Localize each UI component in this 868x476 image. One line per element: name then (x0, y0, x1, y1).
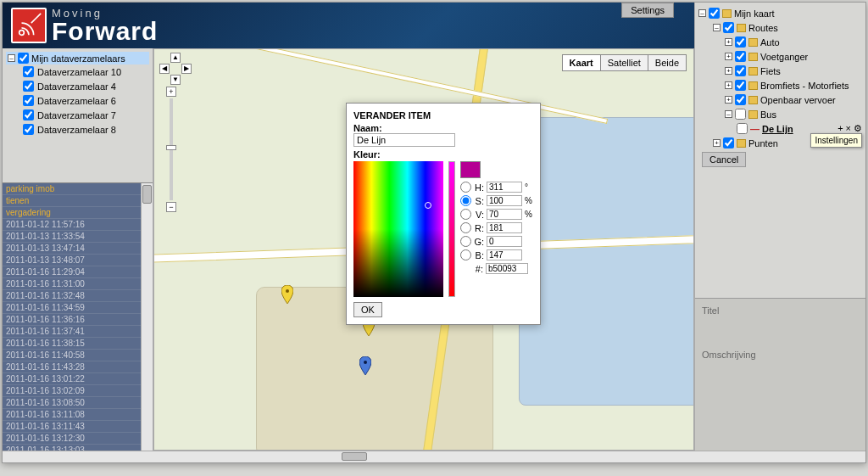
collector-item[interactable]: Dataverzamelaar 7 (6, 108, 149, 122)
layer-route-type[interactable]: +Bromfiets - Motorfiets (698, 78, 862, 92)
trip-row[interactable]: 2011-01-13 11:33:54 (3, 231, 153, 243)
detail-title-label: Titel (702, 305, 859, 316)
radio-b[interactable] (460, 249, 471, 260)
layer-root[interactable]: –Mijn kaart (698, 6, 862, 20)
pan-up-button[interactable]: ▲ (170, 53, 181, 63)
layer-route-type[interactable]: +Auto (698, 35, 862, 49)
map-type-satelliet[interactable]: Satelliet (600, 54, 648, 71)
folder-icon (748, 110, 758, 119)
trip-row[interactable]: 2011-01-16 11:43:28 (3, 361, 153, 373)
map-marker[interactable] (281, 285, 293, 304)
trip-row[interactable]: 2011-01-16 11:40:58 (3, 350, 153, 361)
cancel-button[interactable]: Cancel (702, 152, 746, 167)
input-v[interactable] (487, 209, 522, 220)
folder-icon (748, 38, 758, 47)
input-r[interactable] (487, 222, 522, 233)
trip-row[interactable]: 2011-01-16 11:38:15 (3, 338, 153, 350)
svg-point-0 (19, 31, 25, 36)
trip-row[interactable]: 2011-01-12 11:57:16 (3, 219, 153, 231)
detail-desc-label: Omschrijving (702, 350, 859, 360)
left-panel: – Mijn dataverzamelaars Dataverzamelaar … (3, 48, 153, 451)
layer-route-type[interactable]: +Openbaar vervoer (698, 92, 862, 107)
trip-row[interactable]: 2011-01-16 13:11:43 (3, 421, 153, 433)
folder-icon (737, 139, 746, 148)
collector-item[interactable]: Dataverzamelaar 6 (6, 93, 149, 108)
trip-row[interactable]: vergadering (3, 207, 153, 219)
hue-slider[interactable] (448, 161, 456, 297)
trip-row[interactable]: 2011-01-16 11:31:00 (3, 278, 153, 290)
input-b[interactable] (487, 249, 522, 260)
brand: Moving Forward (52, 8, 158, 44)
trip-row[interactable]: tienen (3, 195, 153, 207)
name-input[interactable] (353, 133, 455, 147)
map-pan-control: ▲ ▼ ◀ ▶ (159, 53, 192, 85)
radio-r[interactable] (460, 222, 471, 233)
color-swatch (460, 161, 481, 178)
expand-icon[interactable]: + (725, 67, 732, 75)
radio-g[interactable] (460, 236, 471, 247)
map-marker-active[interactable] (359, 356, 371, 375)
trip-row[interactable]: 2011-01-16 13:01:22 (3, 373, 153, 385)
color-spectrum[interactable] (353, 161, 443, 297)
zoom-out-button[interactable]: − (166, 202, 176, 212)
folder-icon (748, 81, 758, 90)
trip-row[interactable]: 2011-01-13 13:47:14 (3, 243, 153, 255)
expand-icon[interactable]: + (725, 53, 732, 60)
trip-row[interactable]: 2011-01-13 13:48:07 (3, 255, 153, 266)
horizontal-scrollbar[interactable] (3, 451, 865, 462)
input-s[interactable] (487, 195, 522, 206)
trip-row[interactable]: 2011-01-16 13:13:03 (3, 445, 153, 451)
trip-row[interactable]: 2011-01-16 13:08:50 (3, 397, 153, 409)
radio-h[interactable] (460, 182, 471, 193)
map-type-beide[interactable]: Beide (648, 54, 687, 71)
trip-row[interactable]: 2011-01-16 11:37:41 (3, 326, 153, 338)
radio-s[interactable] (460, 195, 471, 206)
ok-button[interactable]: OK (353, 302, 382, 317)
collector-item[interactable]: Dataverzamelaar 10 (6, 64, 149, 79)
pan-right-button[interactable]: ▶ (181, 64, 192, 74)
zoom-in-button[interactable]: + (166, 87, 176, 97)
folder-icon (748, 53, 758, 61)
trip-row[interactable]: parking imob (3, 183, 153, 195)
instellingen-tooltip: Instellingen (810, 133, 862, 148)
settings-button[interactable]: Settings (621, 3, 674, 18)
trip-row[interactable]: 2011-01-16 11:29:04 (3, 266, 153, 278)
collapse-icon[interactable]: – (8, 54, 15, 62)
name-label: Naam: (353, 123, 533, 133)
layer-routes[interactable]: –Routes (698, 20, 862, 35)
root-checkbox[interactable] (18, 53, 29, 64)
expand-icon[interactable]: + (725, 81, 732, 89)
collector-tree: – Mijn dataverzamelaars Dataverzamelaar … (3, 48, 153, 182)
folder-icon (748, 67, 758, 76)
radio-v[interactable] (460, 209, 471, 220)
pan-down-button[interactable]: ▼ (170, 75, 181, 85)
pan-left-button[interactable]: ◀ (159, 64, 170, 74)
trip-row[interactable]: 2011-01-16 11:32:48 (3, 290, 153, 302)
map-type-kaart[interactable]: Kaart (562, 54, 601, 71)
folder-icon (737, 24, 746, 32)
collector-tree-root[interactable]: – Mijn dataverzamelaars (6, 52, 149, 64)
spectrum-cursor-icon (425, 202, 431, 209)
input-g[interactable] (487, 236, 522, 247)
layer-bus[interactable]: –Bus (698, 107, 862, 121)
collector-item[interactable]: Dataverzamelaar 4 (6, 79, 149, 93)
right-panel: –Mijn kaart –Routes +Auto+Voetganger+Fie… (694, 3, 865, 451)
input-h[interactable] (487, 182, 522, 193)
trip-row[interactable]: 2011-01-16 13:12:30 (3, 433, 153, 445)
brand-big: Forward (52, 19, 158, 44)
svg-point-2 (286, 289, 289, 293)
input-hex[interactable] (486, 263, 528, 274)
trip-row[interactable]: 2011-01-16 11:34:59 (3, 302, 153, 314)
trips-list: parking imobtienenvergadering2011-01-12 … (3, 182, 153, 451)
zoom-slider[interactable] (170, 98, 173, 200)
root-label: Mijn dataverzamelaars (31, 53, 125, 64)
expand-icon[interactable]: + (725, 96, 732, 104)
trip-row[interactable]: 2011-01-16 13:11:08 (3, 409, 153, 421)
layer-route-type[interactable]: +Voetganger (698, 49, 862, 64)
layer-route-type[interactable]: +Fiets (698, 64, 862, 78)
trip-row[interactable]: 2011-01-16 11:36:16 (3, 314, 153, 326)
collector-item[interactable]: Dataverzamelaar 8 (6, 122, 149, 137)
expand-icon[interactable]: + (725, 38, 732, 46)
trips-scrollbar[interactable] (141, 183, 153, 451)
trip-row[interactable]: 2011-01-16 13:02:09 (3, 385, 153, 397)
